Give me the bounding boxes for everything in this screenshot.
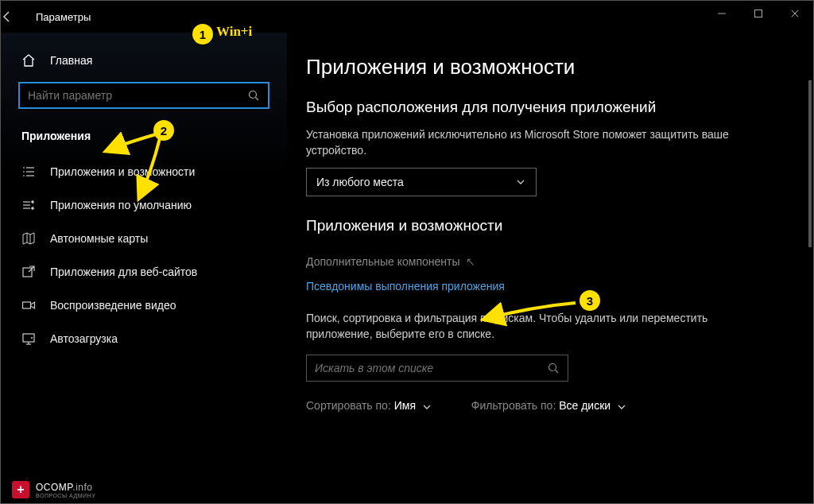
maximize-button[interactable] — [740, 1, 777, 26]
home-icon — [21, 53, 36, 68]
svg-rect-16 — [23, 302, 31, 308]
search-icon — [248, 90, 260, 102]
svg-rect-1 — [755, 10, 762, 17]
page-title: Приложения и возможности — [306, 55, 791, 79]
section-desc-source: Установка приложений исключительно из Mi… — [306, 127, 751, 158]
svg-point-14 — [32, 207, 33, 209]
app-filter-input[interactable] — [315, 362, 548, 374]
watermark: + OCOMP.info ВОПРОСЫ АДМИНУ — [12, 481, 95, 498]
list-icon — [21, 165, 36, 179]
close-button[interactable] — [777, 1, 813, 26]
sidebar-home[interactable]: Главная — [1, 47, 287, 82]
filter-desc: Поиск, сортировка и фильтрация по дискам… — [306, 311, 751, 342]
search-input-wrapper[interactable] — [18, 82, 269, 109]
window-controls — [704, 1, 813, 26]
combo-value: Из любого места — [316, 176, 404, 188]
section-title-source: Выбор расположения для получения приложе… — [306, 99, 791, 116]
scrollbar[interactable] — [808, 80, 812, 247]
main-content: Приложения и возможности Выбор расположе… — [287, 33, 813, 503]
svg-line-3 — [256, 97, 259, 100]
svg-point-20 — [31, 337, 33, 339]
sidebar-home-label: Главная — [50, 54, 92, 67]
search-input[interactable] — [28, 89, 248, 102]
titlebar: Параметры — [1, 1, 813, 33]
sidebar-item-web-apps[interactable]: Приложения для веб-сайтов — [1, 255, 287, 289]
sidebar: Главная Приложения Приложения и возможно… — [1, 33, 287, 503]
svg-line-22 — [556, 370, 559, 373]
sidebar-item-startup[interactable]: Автозагрузка — [1, 322, 287, 355]
settings-window: Параметры Главная Приложения Приложения … — [0, 0, 814, 504]
filter-by-dropdown[interactable]: Фильтровать по: Все диски — [471, 399, 626, 412]
app-source-combo[interactable]: Из любого места — [306, 168, 537, 196]
sidebar-category: Приложения — [1, 123, 287, 155]
annotation-label-1: Win+i — [216, 24, 252, 40]
optional-features-link[interactable]: Дополнительные компоненты ↖ — [306, 255, 475, 268]
sidebar-item-label: Приложения по умолчанию — [50, 199, 192, 211]
annotation-badge-3: 3 — [579, 290, 600, 311]
chevron-down-icon — [422, 402, 432, 412]
annotation-badge-2: 2 — [153, 120, 174, 141]
sidebar-item-apps-features[interactable]: Приложения и возможности — [1, 155, 287, 188]
sidebar-item-offline-maps[interactable]: Автономные карты — [1, 222, 287, 255]
svg-point-13 — [32, 201, 33, 203]
map-icon — [21, 231, 36, 246]
sidebar-item-label: Приложения и возможности — [50, 165, 195, 178]
execution-aliases-link[interactable]: Псевдонимы выполнения приложения — [306, 280, 505, 293]
sidebar-item-label: Автономные карты — [50, 232, 148, 245]
chevron-down-icon — [515, 176, 526, 188]
svg-rect-15 — [23, 268, 32, 277]
defaults-icon — [21, 198, 36, 212]
app-filter-input-wrapper[interactable] — [306, 355, 568, 382]
annotation-badge-1: 1 — [192, 24, 213, 45]
sort-by-dropdown[interactable]: Сортировать по: Имя — [306, 399, 432, 412]
section-title-apps: Приложения и возможности — [306, 217, 791, 235]
cursor-icon: ↖ — [466, 255, 475, 268]
svg-point-2 — [250, 91, 257, 98]
video-icon — [21, 298, 36, 312]
sidebar-item-video[interactable]: Воспроизведение видео — [1, 289, 287, 322]
sidebar-item-label: Воспроизведение видео — [50, 299, 176, 312]
search-icon — [548, 362, 560, 374]
watermark-badge-icon: + — [12, 481, 29, 498]
minimize-button[interactable] — [704, 1, 740, 26]
sidebar-item-default-apps[interactable]: Приложения по умолчанию — [1, 188, 287, 222]
back-button[interactable] — [1, 10, 33, 23]
sidebar-item-label: Автозагрузка — [50, 332, 118, 345]
window-title: Параметры — [33, 11, 91, 23]
sort-filter-row: Сортировать по: Имя Фильтровать по: Все … — [306, 399, 791, 412]
export-icon — [21, 265, 36, 279]
svg-point-21 — [549, 363, 556, 370]
chevron-down-icon — [617, 402, 626, 412]
sidebar-item-label: Приложения для веб-сайтов — [50, 266, 197, 278]
startup-icon — [21, 331, 36, 346]
